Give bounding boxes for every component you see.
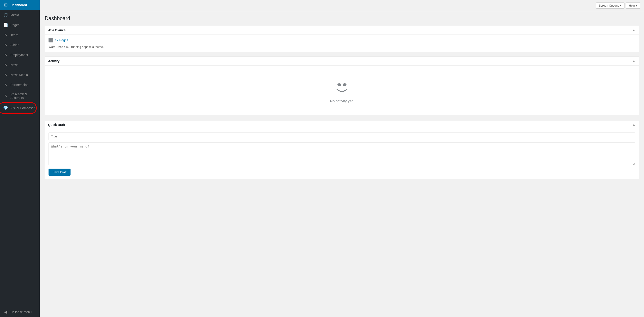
at-a-glance-title: At a Glance xyxy=(48,28,66,32)
research-icon: ✳ xyxy=(3,94,8,99)
sidebar-item-visual-composer-label: Visual Composer xyxy=(10,106,34,110)
help-label: Help xyxy=(629,4,635,7)
sidebar-item-visual-composer[interactable]: 💎 Visual Composer xyxy=(0,103,40,113)
sidebar-item-slider[interactable]: ✳ Slider xyxy=(0,40,40,50)
at-a-glance-toggle[interactable]: ▲ xyxy=(632,28,636,32)
sidebar-item-research-abstracts[interactable]: ✳ Research &Abstracts xyxy=(0,90,40,102)
sidebar-item-research-label: Research &Abstracts xyxy=(10,92,27,100)
sidebar-item-news-label: News xyxy=(10,63,18,67)
partnerships-icon: ✳ xyxy=(3,82,8,87)
svg-rect-3 xyxy=(50,41,51,41)
page-content: Dashboard At a Glance ▲ 12 Pages WordPre… xyxy=(40,11,644,317)
sidebar-item-news-media-label: News Media xyxy=(10,73,28,77)
activity-body: No activity yet! xyxy=(45,66,639,116)
sidebar-item-media-label: Media xyxy=(10,13,19,17)
at-a-glance-panel: At a Glance ▲ 12 Pages WordPress 4.5.2 r… xyxy=(45,26,639,52)
sidebar-item-pages[interactable]: 📄 Pages xyxy=(0,20,40,30)
at-a-glance-header: At a Glance ▲ xyxy=(45,26,639,35)
sidebar: ⊞ Dashboard 🎵 Media 📄 Pages ✳ Team ✳ Sli… xyxy=(0,0,40,317)
sidebar-item-pages-label: Pages xyxy=(10,23,20,27)
svg-point-5 xyxy=(343,83,346,86)
topbar: Screen Options ▾ Help ▾ xyxy=(40,0,644,11)
activity-empty-text: No activity yet! xyxy=(330,99,354,103)
sidebar-item-news-media[interactable]: ✳ News Media xyxy=(0,70,40,80)
screen-options-chevron-icon: ▾ xyxy=(620,4,622,7)
screen-options-label: Screen Options xyxy=(599,4,619,7)
sidebar-item-team-label: Team xyxy=(10,33,18,37)
sidebar-collapse-label: Collapse menu xyxy=(10,310,32,314)
quick-draft-body: Save Draft xyxy=(45,129,639,179)
quick-draft-title-input[interactable] xyxy=(48,133,635,140)
sidebar-item-team[interactable]: ✳ Team xyxy=(0,30,40,40)
help-button[interactable]: Help ▾ xyxy=(626,3,640,9)
help-chevron-icon: ▾ xyxy=(636,4,638,7)
pages-count-link[interactable]: 12 Pages xyxy=(48,38,635,43)
quick-draft-toggle[interactable]: ▲ xyxy=(632,123,636,127)
quick-draft-header: Quick Draft ▲ xyxy=(45,121,639,129)
slider-icon: ✳ xyxy=(3,43,8,48)
sidebar-item-partnerships-label: Partnerships xyxy=(10,83,28,87)
activity-header: Activity ▲ xyxy=(45,57,639,66)
activity-smiley-icon xyxy=(333,78,351,96)
news-media-icon: ✳ xyxy=(3,72,8,77)
quick-draft-panel: Quick Draft ▲ Save Draft xyxy=(45,120,639,179)
dashboard-icon: ⊞ xyxy=(3,3,8,8)
collapse-icon: ◀ xyxy=(3,309,8,314)
media-icon: 🎵 xyxy=(3,13,8,18)
sidebar-item-dashboard[interactable]: ⊞ Dashboard xyxy=(0,0,40,10)
pages-icon: 📄 xyxy=(3,23,8,28)
main-content: Screen Options ▾ Help ▾ Dashboard At a G… xyxy=(40,0,644,317)
screen-options-button[interactable]: Screen Options ▾ xyxy=(596,3,625,9)
page-title: Dashboard xyxy=(45,16,639,22)
sidebar-collapse-button[interactable]: ◀ Collapse menu xyxy=(0,307,40,317)
employment-icon: ✳ xyxy=(3,53,8,57)
sidebar-item-employment-label: Employment xyxy=(10,53,28,57)
page-count-icon xyxy=(48,38,53,43)
activity-empty-state: No activity yet! xyxy=(48,69,635,112)
svg-rect-1 xyxy=(50,40,52,40)
sidebar-item-media[interactable]: 🎵 Media xyxy=(0,10,40,20)
svg-point-4 xyxy=(338,83,341,86)
quick-draft-title: Quick Draft xyxy=(48,123,65,127)
wp-info-text: WordPress 4.5.2 running anpacbio theme. xyxy=(48,45,635,49)
sidebar-item-news[interactable]: ✳ News xyxy=(0,60,40,70)
save-draft-button[interactable]: Save Draft xyxy=(48,169,70,176)
team-icon: ✳ xyxy=(3,33,8,38)
save-draft-label: Save Draft xyxy=(52,170,66,174)
sidebar-item-employment[interactable]: ✳ Employment xyxy=(0,50,40,60)
visual-composer-icon: 💎 xyxy=(3,106,8,111)
at-a-glance-body: 12 Pages WordPress 4.5.2 running anpacbi… xyxy=(45,35,639,52)
quick-draft-content-textarea[interactable] xyxy=(48,143,635,165)
activity-title: Activity xyxy=(48,59,60,63)
sidebar-item-dashboard-label: Dashboard xyxy=(10,3,27,7)
news-icon: ✳ xyxy=(3,62,8,67)
activity-panel: Activity ▲ No activity yet! xyxy=(45,57,639,116)
pages-count-label: 12 Pages xyxy=(55,38,68,42)
sidebar-item-partnerships[interactable]: ✳ Partnerships xyxy=(0,80,40,90)
sidebar-item-slider-label: Slider xyxy=(10,43,18,47)
activity-toggle[interactable]: ▲ xyxy=(632,59,636,63)
